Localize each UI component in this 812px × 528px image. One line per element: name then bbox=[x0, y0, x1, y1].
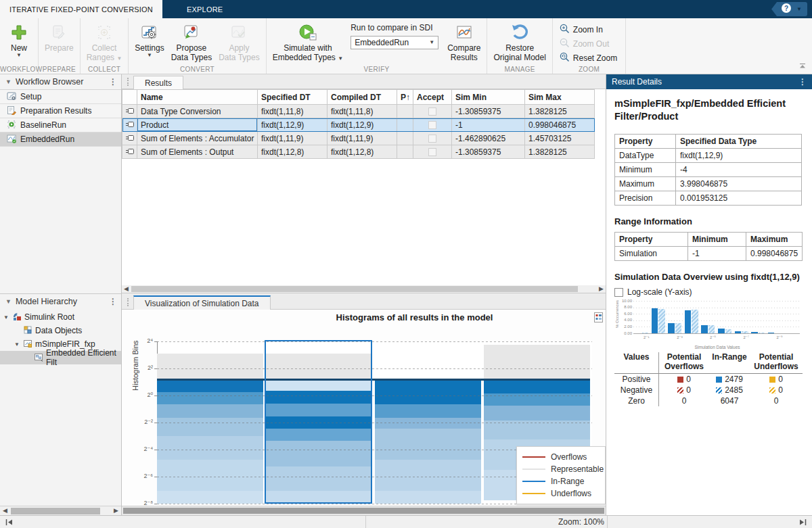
legend-label: Overflows bbox=[551, 452, 587, 462]
values-number: 0 bbox=[686, 385, 691, 395]
model-icon bbox=[23, 339, 32, 350]
table-row[interactable]: Sum of Elements : Accumulatorfixdt(1,11,… bbox=[122, 132, 595, 145]
col-proposed-sort[interactable]: P↑ bbox=[397, 90, 413, 105]
kebab-menu-icon[interactable]: ⋮ bbox=[109, 77, 117, 87]
values-cell-underflow: 0 bbox=[750, 385, 803, 395]
col-sim-max[interactable]: Sim Max bbox=[525, 90, 595, 105]
values-header-2: In-Range bbox=[709, 352, 750, 374]
chart-legend[interactable]: OverflowsRepresentableIn-RangeUnderflows bbox=[516, 446, 606, 504]
subsystem-icon bbox=[34, 352, 43, 364]
histogram-band bbox=[484, 421, 590, 439]
setup-icon bbox=[7, 91, 16, 103]
kebab-menu-icon[interactable]: ⋮ bbox=[798, 77, 807, 87]
propose-data-types-button[interactable]: Propose Data Types bbox=[168, 20, 215, 64]
workflow-item-preparation-results[interactable]: Preparation Results bbox=[0, 104, 121, 118]
chart-hscrollbar[interactable] bbox=[122, 506, 606, 515]
workflow-item-setup[interactable]: Setup bbox=[0, 90, 121, 104]
bar-proposed bbox=[692, 310, 698, 333]
toolstrip-tabbar: ITERATIVE FIXED-POINT CONVERSION EXPLORE… bbox=[0, 0, 812, 18]
accept-checkbox[interactable] bbox=[428, 148, 436, 156]
y-tick-label: 2² bbox=[139, 364, 153, 371]
values-number: 0 bbox=[778, 375, 783, 384]
bar-specified bbox=[701, 325, 708, 333]
chart-properties-icon[interactable] bbox=[594, 312, 603, 325]
tab-iterative-fixed-point-conversion[interactable]: ITERATIVE FIXED-POINT CONVERSION bbox=[0, 0, 162, 18]
scrollbar-thumb[interactable] bbox=[131, 286, 578, 292]
gridline bbox=[157, 423, 592, 423]
apply-data-types-button[interactable]: Apply Data Types bbox=[215, 20, 263, 64]
values-cell-overflow: 0 bbox=[659, 385, 709, 395]
y-tick-label: 2⁻⁴ bbox=[139, 446, 153, 452]
tab-explore[interactable]: EXPLORE bbox=[177, 0, 232, 18]
bar-specified bbox=[652, 308, 658, 333]
tree-item-simulink-root[interactable]: ▼Simulink Root bbox=[0, 310, 121, 324]
compare-results-button[interactable]: Compare Results bbox=[444, 20, 484, 64]
col-accept[interactable]: Accept bbox=[413, 90, 452, 105]
new-button[interactable]: New ▼ bbox=[3, 20, 35, 64]
tree-item-data-objects[interactable]: Data Objects bbox=[0, 324, 121, 337]
representable-boundary-line bbox=[157, 379, 590, 381]
spec-value: -4 bbox=[676, 163, 802, 177]
bar-proposed bbox=[708, 325, 715, 333]
tab-visualization[interactable]: Visualization of Simulation Data bbox=[133, 295, 271, 310]
y-tick-label: 2⁰ bbox=[139, 391, 153, 398]
log-scale-checkbox[interactable] bbox=[614, 288, 623, 297]
drag-grip-icon[interactable] bbox=[127, 78, 129, 86]
dock-left-icon[interactable] bbox=[5, 519, 13, 528]
collect-ranges-button[interactable]: Collect Ranges ▼ bbox=[83, 20, 126, 64]
table-row[interactable]: Data Type Conversionfixdt(1,11,8)fixdt(1… bbox=[122, 105, 595, 118]
col-specified-dt[interactable]: Specified DT bbox=[258, 90, 328, 105]
scrollbar-thumb[interactable] bbox=[123, 508, 604, 514]
simulate-embedded-button[interactable]: Simulate with Embedded Types ▼ bbox=[269, 20, 346, 64]
workflow-item-baselinerun[interactable]: BaselineRun bbox=[0, 118, 121, 133]
expander-icon[interactable]: ▼ bbox=[3, 314, 9, 320]
specified-type-table: Property Specified Data Type DataTypefix… bbox=[614, 134, 802, 206]
accept-checkbox[interactable] bbox=[428, 121, 436, 129]
reset-zoom-button[interactable]: Reset Zoom bbox=[560, 51, 617, 64]
prepare-button[interactable]: Prepare bbox=[41, 20, 77, 64]
tab-results[interactable]: Results bbox=[133, 76, 183, 89]
tree-item-embedded-efficient-filt[interactable]: Embedded Efficient Filt bbox=[0, 351, 121, 364]
y-tick-label: 8.00 bbox=[618, 305, 632, 309]
help-button[interactable]: ? ▼ bbox=[771, 2, 807, 16]
model-hierarchy-panel: ▼ Model Hierarchy ⋮ ▼Simulink RootData O… bbox=[0, 294, 121, 515]
y-tick-label: 2⁻⁸ bbox=[139, 500, 153, 506]
scroll-right-icon[interactable]: ▶ bbox=[114, 507, 118, 514]
expander-icon[interactable]: ▼ bbox=[14, 341, 20, 347]
collapse-ribbon-button[interactable] bbox=[798, 62, 807, 71]
restore-original-model-button[interactable]: Restore Original Model bbox=[490, 20, 549, 64]
collapse-triangle-icon[interactable]: ▼ bbox=[5, 298, 12, 305]
spec-value: fixdt(1,12,9) bbox=[676, 149, 802, 163]
accept-checkbox[interactable] bbox=[428, 107, 436, 116]
section-workflow: New ▼ WORKFLOW bbox=[0, 18, 39, 74]
values-number: 0 bbox=[682, 396, 687, 406]
zoom-out-button[interactable]: Zoom Out bbox=[560, 37, 617, 50]
table-row[interactable]: Productfixdt(1,12,9)fixdt(1,12,9)-10.998… bbox=[122, 118, 595, 132]
run-select-dropdown[interactable]: EmbeddedRun ▼ bbox=[351, 36, 438, 49]
results-table-area: Name Specified DT Compiled DT P↑ Accept … bbox=[122, 89, 606, 285]
collapse-triangle-icon[interactable]: ▼ bbox=[5, 78, 12, 85]
scroll-right-icon[interactable]: ▶ bbox=[599, 285, 604, 292]
dock-right-icon[interactable] bbox=[799, 519, 807, 528]
cell-accept bbox=[413, 118, 452, 132]
y-tick-label: 2⁻² bbox=[139, 418, 153, 425]
kebab-menu-icon[interactable]: ⋮ bbox=[109, 297, 117, 306]
scrollbar-thumb[interactable] bbox=[11, 508, 100, 514]
scroll-left-icon[interactable]: ◀ bbox=[3, 507, 7, 514]
settings-button[interactable]: Settings ▼ bbox=[131, 20, 167, 64]
col-sim-min[interactable]: Sim Min bbox=[452, 90, 525, 105]
col-compiled-dt[interactable]: Compiled DT bbox=[328, 90, 397, 105]
bar-proposed bbox=[759, 333, 765, 333]
workflow-item-embeddedrun[interactable]: EmbeddedRun bbox=[0, 133, 121, 147]
scroll-left-icon[interactable]: ◀ bbox=[124, 285, 129, 292]
cell-sim-min: -1.30859375 bbox=[452, 105, 525, 118]
results-hscrollbar[interactable]: ◀ ▶ bbox=[122, 285, 606, 293]
accept-checkbox[interactable] bbox=[428, 135, 436, 143]
histogram-band bbox=[484, 406, 590, 421]
col-name[interactable]: Name bbox=[137, 90, 258, 105]
table-row[interactable]: Sum of Elements : Outputfixdt(1,12,8)fix… bbox=[122, 145, 595, 159]
zoom-in-button[interactable]: Zoom In bbox=[560, 23, 617, 36]
drag-grip-icon[interactable] bbox=[127, 298, 129, 306]
model-hierarchy-hscrollbar[interactable]: ◀ ▶ bbox=[0, 506, 121, 515]
histogram-band bbox=[157, 381, 263, 392]
